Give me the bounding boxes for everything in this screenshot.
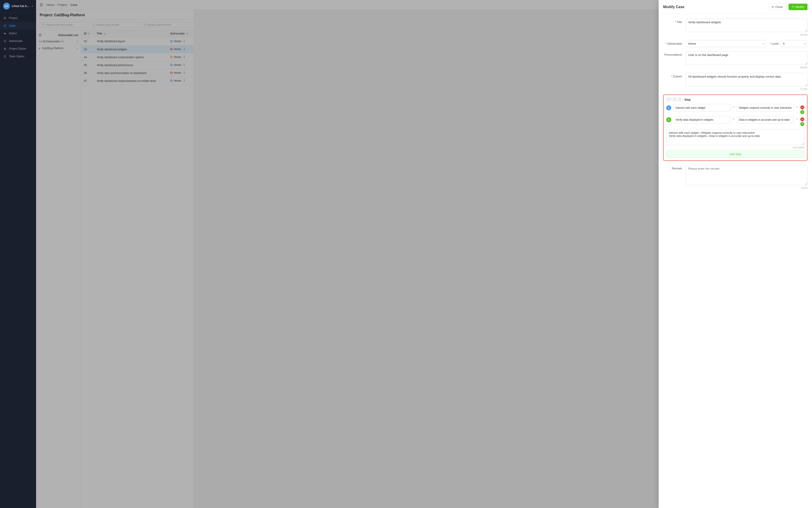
sidebar-item-project[interactable]: ☰ Project (0, 14, 36, 22)
modal-panel: Modify Case ✕ Close ✎ Modify (658, 10, 812, 508)
sidebar-item-label: Defect (9, 32, 17, 35)
modal-overlay: Modify Case ✕ Close ✎ Modify (36, 10, 812, 508)
gear-icon: ⚙ (3, 47, 7, 50)
preconditions-control: 29/255 (686, 51, 808, 69)
deliverable-label: Deliverable (663, 40, 686, 45)
step-header: ☷ ☷ ☷ Step (666, 98, 804, 101)
step-view-icon-1[interactable]: ☷ (666, 98, 671, 101)
user-name: Lihua Cat A... (12, 4, 29, 8)
step-1-add-btn[interactable]: + (800, 110, 804, 114)
step-1-action-input[interactable] (674, 104, 730, 112)
step-2-add-btn[interactable]: + (800, 122, 804, 126)
sidebar-item-project-option[interactable]: ⚙ Project Option (0, 45, 36, 52)
sidebar-item-label: Project (9, 16, 17, 19)
deliverable-select-wrap: Home Backend Frontend ▾ (686, 40, 766, 47)
preconditions-label: Preconditions (663, 51, 686, 56)
sidebar-item-team-option[interactable]: ☷ Team Option (0, 52, 36, 60)
remark-char-count: 0/255 (686, 186, 808, 189)
deliverable-level-row: Deliverable Home Backend Frontend ▾ (663, 40, 808, 47)
step-2-delete-btn[interactable]: − (800, 117, 804, 121)
title-row: Title 24/255 (663, 18, 808, 36)
content: Project: Cat2Bug-Platform ☷ Please enter… (36, 10, 812, 508)
sidebar-item-label: Deliverable (9, 39, 23, 43)
deliverable-level-control: Home Backend Frontend ▾ * Level (686, 40, 808, 47)
step-2-expect-edit-icon[interactable]: ✎ (796, 116, 798, 121)
expect-input[interactable] (686, 73, 808, 86)
preconditions-char-count: 29/255 (686, 66, 808, 69)
deliverable-icon: ☷ (3, 39, 7, 43)
deliverable-level-inline: Home Backend Frontend ▾ * Level (686, 40, 808, 47)
step-icons: ☷ ☷ ☷ (666, 98, 683, 101)
deliverable-select[interactable]: Home Backend Frontend (686, 40, 766, 47)
preconditions-row: Preconditions 29/255 (663, 51, 808, 69)
step-view-icon-3[interactable]: ☷ (678, 98, 683, 101)
remark-label: Remark (663, 165, 686, 170)
step-1-edit-icon[interactable]: ✎ (733, 104, 735, 109)
step-1-actions: − + (800, 104, 804, 114)
sidebar-item-deliverable[interactable]: ☷ Deliverable (0, 37, 36, 45)
level-select-wrap: 1 2 3 4 5 ▾ (780, 40, 808, 47)
expect-char-count: 71/255 (686, 88, 808, 90)
title-control: 24/255 (686, 18, 808, 36)
step-view-icon-2[interactable]: ☷ (672, 98, 677, 101)
expect-label: Expect (663, 73, 686, 78)
step-1-expect-edit-icon[interactable]: ✎ (796, 104, 798, 109)
step-label: Step (684, 98, 691, 101)
title-char-count: 24/255 (686, 33, 808, 36)
step-2-action-input[interactable] (674, 116, 730, 124)
step-num-1: 1 (666, 105, 671, 110)
level-wrap: * Level 1 2 3 4 5 (770, 40, 808, 47)
title-input[interactable] (686, 18, 808, 32)
modal-body: Title 24/255 Deliverable (658, 14, 812, 508)
expect-control: 71/255 (686, 73, 808, 90)
step-num-2: 2 (666, 117, 671, 122)
case-icon: ☷ (3, 24, 7, 28)
sidebar-item-label: Project Option (9, 47, 26, 50)
sidebar-item-label: Case (9, 24, 15, 27)
level-select[interactable]: 1 2 3 4 5 (780, 40, 808, 47)
step-1-expect-input[interactable] (737, 104, 794, 112)
level-label: * Level (770, 42, 779, 45)
preconditions-input[interactable] (686, 51, 808, 65)
step-row-1: 1 ✎ ✎ − + (666, 104, 804, 114)
sidebar-nav: ☰ Project ☷ Case ★ Defect ☷ Deliverable … (0, 12, 36, 508)
sidebar-logo[interactable]: LC Lihua Cat A... ▾ (0, 0, 36, 12)
modal-header: Modify Case ✕ Close ✎ Modify (658, 10, 812, 14)
remark-row: Remark 0/255 (663, 165, 808, 189)
step-combined-count: 151/10000 (666, 146, 804, 149)
step-row-2: 2 ✎ ✎ − + (666, 116, 804, 126)
team-icon: ☷ (3, 54, 7, 58)
step-2-actions: − + (800, 116, 804, 126)
remark-control: 0/255 (686, 165, 808, 189)
chevron-down-icon: ▾ (32, 5, 33, 7)
project-icon: ☰ (3, 16, 7, 20)
remark-input[interactable] (686, 165, 808, 185)
step-1-delete-btn[interactable]: − (800, 105, 804, 110)
sidebar-item-defect[interactable]: ★ Defect (0, 30, 36, 37)
avatar: LC (3, 3, 10, 9)
expect-row: Expect 71/255 (663, 73, 808, 90)
defect-icon: ★ (3, 32, 7, 35)
main-area: ☰ Home / Project / Case Project: Cat2Bug… (36, 0, 812, 508)
step-2-edit-icon[interactable]: ✎ (733, 116, 735, 121)
sidebar: LC Lihua Cat A... ▾ ☰ Project ☷ Case ★ D… (0, 0, 36, 508)
sidebar-item-label: Team Option (9, 55, 25, 58)
sidebar-item-case[interactable]: ☷ Case (0, 22, 36, 30)
step-2-expect-input[interactable] (737, 116, 794, 124)
step-combined-textarea[interactable] (666, 129, 804, 145)
step-section: ☷ ☷ ☷ Step 1 ✎ ✎ (663, 94, 808, 161)
title-label: Title (663, 18, 686, 24)
add-step-button[interactable]: Add Step (666, 151, 804, 158)
